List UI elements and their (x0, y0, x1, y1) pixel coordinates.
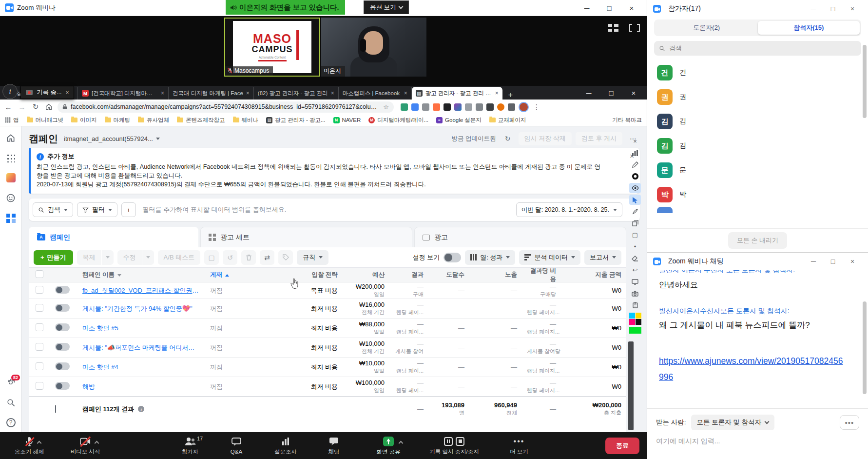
row-checkbox[interactable] (36, 343, 43, 351)
row-toggle[interactable] (55, 343, 70, 351)
color-magenta[interactable] (629, 319, 635, 325)
profile-avatar[interactable] (519, 102, 529, 112)
tab-attendees[interactable]: 참석자(15) (758, 21, 860, 35)
bookmark-folder[interactable]: 마케팅 (105, 117, 131, 124)
address-bar[interactable]: facebook.com/adsmanager/manage/campaigns… (58, 101, 394, 113)
row-checkbox[interactable] (36, 286, 43, 294)
edit-button[interactable]: 수정 (117, 250, 142, 265)
draw-icon[interactable] (629, 206, 641, 217)
chat-input[interactable]: 여기에 메시지 입력... (656, 437, 859, 446)
rectangle-icon[interactable]: ▢ (629, 230, 641, 240)
color-cyan[interactable] (629, 313, 635, 319)
tab-close-icon[interactable]: × (495, 90, 499, 97)
box-icon-button[interactable]: ▢ (204, 250, 219, 265)
minimize-button[interactable]: ─ (804, 5, 823, 13)
minimize-button[interactable]: ─ (804, 258, 823, 265)
lower-all-hands-button[interactable]: 모든 손 내리기 (728, 232, 787, 249)
list-item[interactable]: 건 건 (657, 60, 868, 85)
scrollbar-thumb[interactable] (628, 341, 634, 430)
row-toggle[interactable] (55, 323, 70, 331)
maximize-button[interactable]: □ (600, 89, 622, 97)
bookmark-star-icon[interactable]: ☆ (383, 103, 389, 111)
bookmark-folder[interactable]: 교재페이지 (489, 117, 526, 124)
duplicate-button[interactable]: 복제 (77, 250, 101, 265)
color-swatches[interactable] (629, 313, 641, 325)
row-toggle[interactable] (55, 382, 70, 390)
export-icon-button[interactable]: ⇄ (260, 250, 274, 265)
bookmark-folder[interactable]: 유사업체 (138, 117, 169, 124)
monitor-icon[interactable] (629, 277, 641, 287)
campaign-name-link[interactable]: 해방 (82, 382, 200, 391)
browser-tab-3[interactable]: f 건국대 디지털 마케팅 | Face × (169, 87, 254, 100)
date-range-selector[interactable]: 이번 달: 2020. 8. 1.~2020. 8. 25. (516, 202, 622, 217)
col-header-reach[interactable]: 도달수 (428, 271, 469, 279)
eraser-icon[interactable] (629, 253, 641, 263)
row-checkbox[interactable] (36, 304, 43, 312)
bookmark-folder[interactable]: 머니매그넷 (27, 117, 64, 124)
video-thumbnail-speaker[interactable]: 이은지 (321, 18, 426, 77)
row-toggle[interactable] (55, 362, 70, 370)
shapes-icon[interactable] (629, 218, 641, 228)
more-button[interactable]: ••• 더 보기 (502, 434, 536, 458)
browser-menu-icon[interactable]: ⋮ (533, 103, 540, 111)
color-green[interactable] (629, 327, 641, 334)
chart-icon[interactable] (629, 148, 641, 158)
col-header-spend[interactable]: 지출 금액 (561, 271, 626, 279)
reports-dropdown[interactable]: 보고서 (584, 250, 621, 265)
close-button[interactable]: × (622, 89, 645, 97)
list-item[interactable]: 김 김 (657, 109, 868, 134)
view-options-button[interactable]: 옵션 보기 (364, 0, 409, 14)
campaign-name-link[interactable]: 게시물: "📣퍼포먼스 마케팅을 어디서부터 ... (82, 343, 200, 352)
maximize-button[interactable]: □ (823, 5, 843, 13)
share-screen-button[interactable]: 화면 공유 (366, 434, 410, 458)
info-circle-icon[interactable]: i (2, 84, 18, 99)
chat-link[interactable]: https://www.ajunews.com/view/20190517082… (659, 353, 844, 386)
back-icon[interactable]: ← (4, 103, 13, 111)
row-checkbox[interactable] (36, 382, 43, 390)
dot-icon[interactable]: • (629, 241, 641, 252)
browser-tab-4[interactable]: (82) 광고 관리자 - 광고 관리 × (254, 87, 339, 100)
chevron-up-icon[interactable] (95, 440, 99, 445)
close-button[interactable]: × (843, 5, 862, 13)
review-publish-button[interactable]: 검토 후 게시 (576, 132, 622, 145)
account-selector[interactable]: itmagnet_ad_account(557924... (64, 135, 160, 142)
participants-button[interactable]: 17 참가자 (170, 434, 211, 458)
col-header-impressions[interactable]: 노출 (469, 271, 522, 279)
col-header-bid[interactable]: 입찰 전략 (296, 271, 343, 279)
recording-controls[interactable]: 기록 일시 중지/중지 (415, 434, 493, 458)
undo-arrow-icon[interactable]: ↩ (629, 265, 641, 275)
extension-icon[interactable] (486, 103, 494, 111)
discard-draft-button[interactable]: 임시 저장 삭제 (519, 132, 572, 145)
browser-tab-active[interactable]: ▤ 광고 관리자 - 광고 관리 - 캠 × (412, 87, 502, 100)
scrollbar-thumb[interactable] (863, 301, 867, 394)
maximize-button[interactable]: □ (598, 4, 620, 12)
start-video-button[interactable]: 비디오 시작 (58, 434, 112, 458)
view-settings-toggle[interactable] (444, 253, 461, 262)
color-yellow[interactable] (636, 313, 641, 319)
list-item[interactable]: 문 문 (657, 158, 868, 182)
pause-recording-icon[interactable] (444, 437, 453, 446)
refresh-button[interactable]: ↻ (501, 132, 515, 145)
search-dropdown[interactable]: 검색 (33, 202, 73, 217)
bookmark-naver[interactable]: NNAVER (333, 117, 361, 123)
settings-gear-icon[interactable]: 82 (6, 378, 16, 387)
browser-tab-5[interactable]: f 마소캠퍼스 | Facebook × (339, 87, 412, 100)
gallery-view-icon[interactable] (608, 24, 618, 32)
extension-icon[interactable] (444, 103, 451, 111)
tag-icon-button[interactable] (278, 250, 293, 265)
toast-close-icon[interactable]: × (65, 89, 69, 96)
ab-test-button[interactable]: A/B 테스트 (158, 250, 201, 265)
eye-icon[interactable] (629, 183, 641, 193)
extension-icon[interactable] (476, 103, 483, 111)
unmute-button[interactable]: 음소거 해제 (4, 434, 55, 458)
apps-grid-icon[interactable] (6, 154, 15, 162)
extension-icon[interactable] (433, 103, 440, 111)
end-meeting-button[interactable]: 종료 (605, 438, 639, 454)
home-icon[interactable] (45, 103, 53, 111)
forward-icon[interactable]: → (18, 103, 26, 111)
camera-icon[interactable] (629, 288, 641, 299)
close-button[interactable]: × (843, 258, 862, 265)
col-header-cost[interactable]: 결과당 비용 (522, 267, 561, 283)
extension-icon[interactable] (508, 103, 515, 111)
row-checkbox[interactable] (36, 323, 43, 331)
